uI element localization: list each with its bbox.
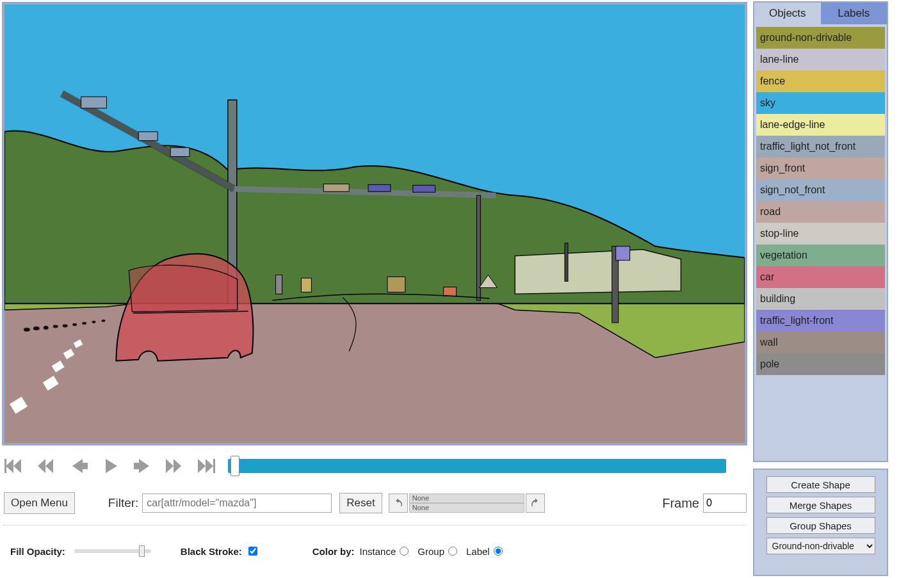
frame-number-input[interactable] xyxy=(703,494,747,513)
svg-rect-21 xyxy=(276,275,282,294)
prev-frame-button[interactable] xyxy=(67,455,92,477)
svg-marker-45 xyxy=(106,459,117,473)
label-item-ground-non-drivable[interactable]: ground-non-drivable xyxy=(756,27,885,49)
label-item-sky[interactable]: sky xyxy=(756,92,885,114)
svg-rect-23 xyxy=(444,287,457,296)
label-item-sign_front[interactable]: sign_front xyxy=(756,157,885,179)
svg-rect-13 xyxy=(170,148,190,157)
colorby-instance-label: Instance xyxy=(360,546,396,557)
filter-input[interactable] xyxy=(142,494,332,513)
colorby-group-radio[interactable] xyxy=(448,547,457,556)
label-item-wall[interactable]: wall xyxy=(756,332,885,353)
label-item-car[interactable]: car xyxy=(756,266,885,288)
shape-label-select[interactable]: Ground-non-drivable xyxy=(766,538,875,554)
label-item-lane-edge-line[interactable]: lane-edge-line xyxy=(756,114,885,136)
label-item-road[interactable]: road xyxy=(756,201,885,223)
frame-slider[interactable] xyxy=(228,459,726,473)
prev-keyframe-button[interactable] xyxy=(35,455,60,477)
frame-label: Frame xyxy=(662,496,699,511)
annotation-canvas[interactable] xyxy=(4,4,745,443)
open-menu-button[interactable]: Open Menu xyxy=(4,492,75,514)
next-keyframe-button[interactable] xyxy=(163,455,188,477)
last-frame-button[interactable] xyxy=(195,455,220,477)
svg-rect-20 xyxy=(387,277,405,293)
action-panel: Create Shape Merge Shapes Group Shapes G… xyxy=(753,469,888,576)
color-by-label: Color by: xyxy=(312,546,355,557)
svg-marker-38 xyxy=(6,459,13,473)
tab-objects[interactable]: Objects xyxy=(754,3,821,24)
label-item-pole[interactable]: pole xyxy=(756,353,885,375)
svg-rect-40 xyxy=(4,459,6,473)
play-button[interactable] xyxy=(99,455,124,477)
svg-rect-11 xyxy=(413,185,435,192)
canvas-frame xyxy=(2,2,747,446)
svg-marker-39 xyxy=(13,459,21,473)
svg-rect-10 xyxy=(368,184,391,191)
colorby-instance-radio[interactable] xyxy=(400,547,409,556)
svg-point-32 xyxy=(53,325,58,328)
svg-marker-41 xyxy=(38,459,45,473)
svg-rect-14 xyxy=(81,97,107,108)
svg-marker-46 xyxy=(139,459,149,473)
side-panel: Objects Labels ground-non-drivablelane-l… xyxy=(753,1,888,462)
svg-marker-42 xyxy=(45,459,53,473)
colorby-label-label: Label xyxy=(466,546,490,557)
svg-marker-50 xyxy=(198,459,206,473)
svg-rect-17 xyxy=(616,246,630,261)
svg-point-33 xyxy=(63,325,68,328)
frame-slider-thumb[interactable] xyxy=(231,456,239,476)
svg-rect-12 xyxy=(138,132,158,141)
filter-label: Filter: xyxy=(108,496,139,510)
label-item-fence[interactable]: fence xyxy=(756,70,885,92)
svg-point-37 xyxy=(101,319,105,322)
svg-point-35 xyxy=(82,322,86,325)
label-item-building[interactable]: building xyxy=(756,288,885,310)
next-frame-button[interactable] xyxy=(131,455,156,477)
svg-rect-19 xyxy=(301,278,311,293)
label-item-traffic_light-front[interactable]: traffic_light-front xyxy=(756,310,885,332)
redo-button[interactable] xyxy=(526,494,545,513)
undo-button[interactable] xyxy=(389,494,408,513)
svg-point-29 xyxy=(24,328,30,332)
svg-marker-48 xyxy=(166,459,174,473)
svg-marker-51 xyxy=(206,459,213,473)
svg-rect-9 xyxy=(323,184,349,191)
reset-filter-button[interactable]: Reset xyxy=(339,493,382,513)
group-shapes-button[interactable]: Group Shapes xyxy=(766,517,875,534)
label-item-stop-line[interactable]: stop-line xyxy=(756,223,885,245)
svg-point-34 xyxy=(72,323,77,326)
svg-rect-44 xyxy=(83,463,88,469)
create-shape-button[interactable]: Create Shape xyxy=(766,476,875,493)
svg-rect-18 xyxy=(565,243,568,282)
svg-point-31 xyxy=(44,326,49,330)
label-item-vegetation[interactable]: vegetation xyxy=(756,245,885,266)
svg-rect-47 xyxy=(134,463,139,469)
svg-rect-52 xyxy=(213,459,215,473)
merge-shapes-button[interactable]: Merge Shapes xyxy=(766,497,875,513)
colorby-group-label: Group xyxy=(417,546,444,557)
colorby-label-radio[interactable] xyxy=(494,547,503,556)
svg-marker-4 xyxy=(515,250,681,294)
black-stroke-label: Black Stroke: xyxy=(181,546,242,557)
fill-opacity-thumb[interactable] xyxy=(139,545,145,557)
timeline xyxy=(0,451,749,480)
svg-point-30 xyxy=(33,326,40,330)
label-list: ground-non-drivablelane-linefenceskylane… xyxy=(754,24,887,375)
svg-point-36 xyxy=(92,321,96,323)
svg-marker-43 xyxy=(72,459,83,473)
fill-opacity-slider[interactable] xyxy=(74,549,151,553)
label-item-traffic_light_not_front[interactable]: traffic_light_not_front xyxy=(756,136,885,157)
undo-stack-bottom: None xyxy=(409,503,524,513)
svg-rect-15 xyxy=(476,195,480,300)
label-item-sign_not_front[interactable]: sign_not_front xyxy=(756,179,885,201)
svg-marker-49 xyxy=(174,459,181,473)
black-stroke-checkbox[interactable] xyxy=(248,547,257,556)
undo-stack-top: None xyxy=(409,494,524,503)
fill-opacity-label: Fill Opacity: xyxy=(10,546,65,557)
label-item-lane-line[interactable]: lane-line xyxy=(756,49,885,70)
tab-labels[interactable]: Labels xyxy=(821,3,888,24)
first-frame-button[interactable] xyxy=(3,455,28,477)
divider xyxy=(3,525,745,526)
